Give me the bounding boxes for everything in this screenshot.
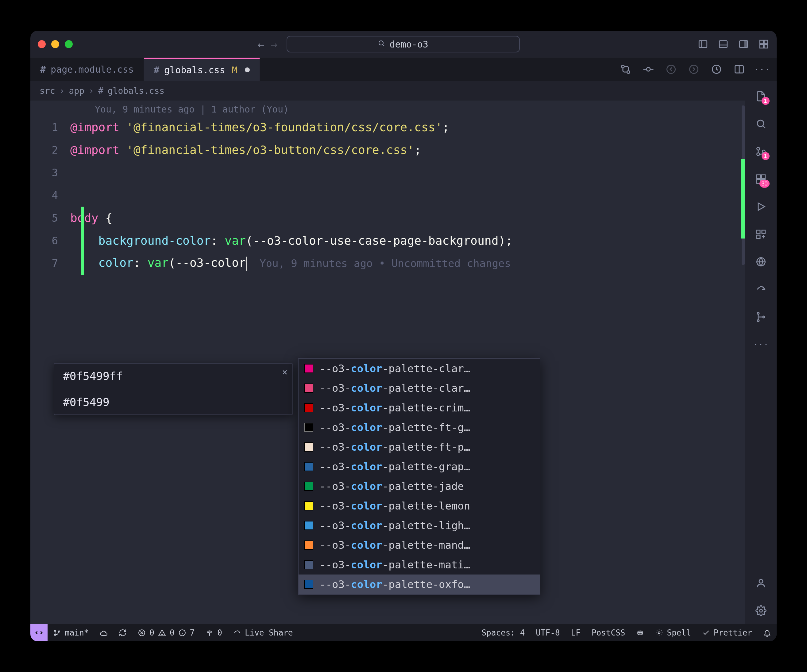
color-swatch-icon xyxy=(304,364,313,373)
autocomplete-item[interactable]: --o3-color-palette-oxfo… xyxy=(299,574,540,594)
code-line[interactable]: 4 xyxy=(30,184,745,207)
extension-marketplace-icon[interactable] xyxy=(755,228,767,240)
sync-icon[interactable] xyxy=(113,629,132,637)
git-commit-icon[interactable] xyxy=(642,63,654,75)
autocomplete-item[interactable]: --o3-color-palette-mati… xyxy=(299,555,540,574)
vscode-window: ← → demo-o3 # page.mo xyxy=(30,31,777,641)
account-icon[interactable] xyxy=(755,577,767,589)
svg-rect-11 xyxy=(764,45,767,48)
overflow-icon[interactable]: ··· xyxy=(755,338,767,351)
remote-indicator[interactable] xyxy=(30,624,48,641)
autocomplete-item[interactable]: --o3-color-palette-jade xyxy=(299,477,540,496)
layout-sidebar-right-icon[interactable] xyxy=(738,39,749,50)
split-editor-icon[interactable] xyxy=(733,63,746,75)
more-actions-icon[interactable]: ··· xyxy=(756,63,768,75)
tab-label: globals.css xyxy=(164,65,225,75)
autocomplete-item[interactable]: --o3-color-palette-mand… xyxy=(299,535,540,555)
chevron-right-icon: › xyxy=(89,86,94,96)
line-number: 4 xyxy=(30,189,70,202)
settings-gear-icon[interactable] xyxy=(755,604,767,617)
customize-layout-icon[interactable] xyxy=(758,39,769,50)
code-line[interactable]: 6 background-color: var(--o3-color-use-c… xyxy=(30,229,745,252)
svg-line-23 xyxy=(763,126,765,128)
code-line[interactable]: 2 @import '@financial-times/o3-button/cs… xyxy=(30,139,745,161)
code-line[interactable]: 7 color: var(--o3-color You, 9 minutes a… xyxy=(30,252,745,275)
minimize-window-button[interactable] xyxy=(51,40,59,48)
autocomplete-item[interactable]: --o3-color-palette-lemon xyxy=(299,496,540,516)
activity-bar: 1 1 30 xyxy=(745,81,777,624)
layout-sidebar-left-icon[interactable] xyxy=(697,39,709,50)
autocomplete-label: --o3-color-palette-ft-p… xyxy=(319,441,470,453)
close-icon[interactable]: × xyxy=(282,367,287,377)
autocomplete-item[interactable]: --o3-color-palette-ft-g… xyxy=(299,417,540,437)
autocomplete-label: --o3-color-palette-clar… xyxy=(319,362,470,375)
gitlens-inline-blame: You, 9 minutes ago • Uncommitted changes xyxy=(260,257,511,270)
search-icon[interactable] xyxy=(755,118,767,130)
breadcrumbs[interactable]: src › app › # globals.css xyxy=(30,81,745,101)
tab-globals-css[interactable]: # globals.css M xyxy=(144,58,260,81)
run-debug-icon[interactable] xyxy=(755,200,767,213)
code-editor[interactable]: You, 9 minutes ago | 1 author (You) 1 @i… xyxy=(30,101,745,624)
timeline-icon[interactable] xyxy=(710,63,722,75)
hover-title: #0f5499ff xyxy=(63,370,284,382)
explorer-icon[interactable]: 1 xyxy=(755,90,767,103)
autocomplete-item[interactable]: --o3-color-palette-grap… xyxy=(299,457,540,477)
autocomplete-item[interactable]: --o3-color-palette-crim… xyxy=(299,398,540,417)
breadcrumb-seg[interactable]: src xyxy=(40,86,55,96)
autocomplete-popup[interactable]: --o3-color-palette-clar…--o3-color-palet… xyxy=(298,358,540,595)
radio-count: 0 xyxy=(217,628,222,637)
cloud-sync-icon[interactable] xyxy=(94,629,113,637)
color-swatch-icon xyxy=(304,423,313,432)
spell-status[interactable]: Spell xyxy=(649,628,696,637)
language-mode-status[interactable]: PostCSS xyxy=(586,628,631,637)
copilot-status-icon[interactable] xyxy=(631,629,649,637)
code-line[interactable]: 1 @import '@financial-times/o3-foundatio… xyxy=(30,116,745,139)
autocomplete-label: --o3-color-palette-crim… xyxy=(319,402,470,414)
autocomplete-label: --o3-color-palette-mati… xyxy=(319,559,470,571)
minimap[interactable] xyxy=(736,101,745,624)
code-line[interactable]: 5 body { xyxy=(30,207,745,229)
history-prev-icon[interactable] xyxy=(665,63,677,75)
hover-tooltip: × #0f5499ff #0f5499 xyxy=(54,363,293,415)
autocomplete-item[interactable]: --o3-color-palette-clar… xyxy=(299,378,540,398)
indent-status[interactable]: Spaces: 4 xyxy=(476,628,530,637)
source-control-icon[interactable]: 1 xyxy=(755,145,767,157)
svg-point-37 xyxy=(757,320,759,321)
nav-arrows: ← → xyxy=(258,38,277,51)
close-window-button[interactable] xyxy=(38,40,46,48)
extensions-icon[interactable]: 30 xyxy=(755,173,767,185)
breadcrumb-seg[interactable]: app xyxy=(69,86,85,96)
autocomplete-item[interactable]: --o3-color-palette-ft-p… xyxy=(299,437,540,457)
encoding-status[interactable]: UTF-8 xyxy=(530,628,565,637)
nav-back-icon[interactable]: ← xyxy=(258,38,264,51)
zoom-window-button[interactable] xyxy=(65,40,73,48)
history-next-icon[interactable] xyxy=(687,63,700,75)
live-share-status[interactable]: Live Share xyxy=(227,628,299,637)
svg-point-38 xyxy=(763,316,765,318)
code-line[interactable]: 3 xyxy=(30,161,745,184)
radio-tower-status[interactable]: 0 xyxy=(200,628,227,637)
command-center[interactable]: demo-o3 xyxy=(287,36,520,53)
window-controls xyxy=(38,40,73,48)
share-icon[interactable] xyxy=(755,283,767,296)
svg-point-13 xyxy=(627,71,630,74)
notifications-bell-icon[interactable] xyxy=(757,629,777,637)
autocomplete-item[interactable]: --o3-color-palette-clar… xyxy=(299,359,540,378)
svg-point-0 xyxy=(379,41,383,45)
svg-point-56 xyxy=(641,632,642,633)
autocomplete-item[interactable]: --o3-color-palette-ligh… xyxy=(299,516,540,535)
layout-panel-icon[interactable] xyxy=(718,39,729,50)
hash-icon: # xyxy=(154,65,159,75)
remote-explorer-icon[interactable] xyxy=(755,256,767,268)
tab-page-module-css[interactable]: # page.module.css xyxy=(30,58,144,81)
prettier-status[interactable]: Prettier xyxy=(697,628,757,637)
git-compare-icon[interactable] xyxy=(619,63,632,75)
problems-status[interactable]: 0 0 7 xyxy=(132,628,200,637)
git-branch-status[interactable]: main* xyxy=(48,628,94,637)
nav-forward-icon[interactable]: → xyxy=(271,38,277,51)
modified-marker: M xyxy=(232,65,237,75)
breadcrumb-seg[interactable]: globals.css xyxy=(108,86,164,96)
eol-status[interactable]: LF xyxy=(566,628,586,637)
gitlens-blame-header: You, 9 minutes ago | 1 author (You) xyxy=(30,103,745,116)
git-graph-icon[interactable] xyxy=(755,311,767,323)
